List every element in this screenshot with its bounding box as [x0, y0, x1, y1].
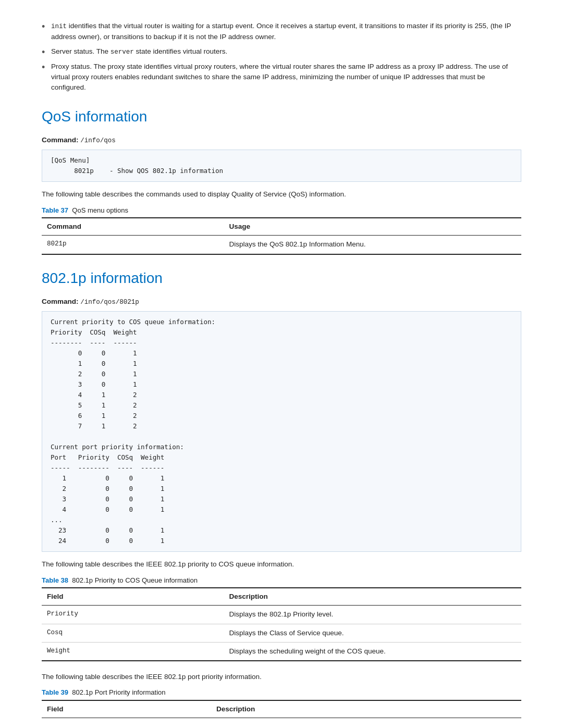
bullet-text-proxy: Proxy status. The proxy state identifies…: [51, 61, 521, 93]
qos-command-label: Command:: [42, 136, 79, 144]
qos8021p-command-value: /info/qos/8021p: [80, 299, 139, 306]
table37-cell-command-0: 8021p: [42, 236, 224, 254]
table38-label-text: 802.1p Priority to COS Queue information: [72, 576, 198, 584]
table37-cell-usage-0: Displays the QoS 802.1p Information Menu…: [224, 236, 521, 254]
table37: Command Usage 8021p Displays the QoS 802…: [42, 217, 521, 255]
table38-label: Table 38 802.1p Priority to COS Queue in…: [42, 575, 521, 586]
qos-command-line: Command: /info/qos: [42, 135, 521, 146]
qos8021p-code-pre: Current priority to COS queue informatio…: [51, 317, 512, 546]
intro-bullet-list: • init identifies that the virtual route…: [42, 21, 521, 93]
qos-command-value: /info/qos: [80, 137, 116, 144]
table38-header-row: Field Description: [42, 588, 521, 606]
bullet-item-server: • Server status. The server state identi…: [42, 46, 521, 57]
table39-header-row: Field Description: [42, 700, 521, 718]
table38-cell-desc-2: Displays the scheduling weight of the CO…: [224, 642, 521, 661]
qos8021p-section-title: 802.1p information: [42, 267, 521, 289]
table39-header-desc: Description: [211, 700, 521, 718]
qos8021p-para2: The following table describes the IEEE 8…: [42, 672, 521, 682]
table37-header-command: Command: [42, 218, 224, 236]
table37-row-0: 8021p Displays the QoS 802.1p Informatio…: [42, 236, 521, 254]
qos-code-block: [QoS Menu] 8021p - Show QOS 802.1p infor…: [42, 150, 521, 182]
qos8021p-code-block: Current priority to COS queue informatio…: [42, 311, 521, 552]
table38-cell-desc-1: Displays the Class of Service queue.: [224, 624, 521, 642]
table38-cell-field-1: Cosq: [42, 624, 224, 642]
bullet-item-init: • init identifies that the virtual route…: [42, 21, 521, 42]
table38-cell-field-2: Weight: [42, 642, 224, 661]
inline-code-server: server: [111, 48, 134, 56]
table38: Field Description Priority Displays the …: [42, 587, 521, 661]
table38-label-num: Table 38: [42, 576, 68, 584]
table38-cell-desc-0: Displays the 802.1p Priority level.: [224, 606, 521, 624]
bullet-dot-init: •: [42, 22, 51, 31]
bullet-item-proxy: • Proxy status. The proxy state identifi…: [42, 61, 521, 93]
table39-label: Table 39 802.1p Port Priority informatio…: [42, 687, 521, 698]
qos8021p-para1: The following table describes the IEEE 8…: [42, 559, 521, 570]
table38-row-1: Cosq Displays the Class of Service queue…: [42, 624, 521, 642]
inline-code-init: init: [51, 23, 67, 30]
bullet-text-server: Server status. The server state identifi…: [51, 46, 521, 57]
qos-para: The following table describes the comman…: [42, 189, 521, 200]
qos-section-title: QoS information: [42, 106, 521, 128]
table39: Field Description: [42, 700, 521, 718]
qos-code-pre: [QoS Menu] 8021p - Show QOS 802.1p infor…: [51, 155, 512, 176]
bullet-dot-server: •: [42, 47, 51, 57]
table38-row-2: Weight Displays the scheduling weight of…: [42, 642, 521, 661]
table37-header-usage: Usage: [224, 218, 521, 236]
qos8021p-command-line: Command: /info/qos/8021p: [42, 297, 521, 307]
table37-label-num: Table 37: [42, 206, 68, 214]
bullet-text-init: init identifies that the virtual router …: [51, 21, 521, 42]
table37-header-row: Command Usage: [42, 218, 521, 236]
table37-label-text: QoS menu options: [72, 206, 128, 214]
table39-header-field: Field: [42, 700, 211, 718]
table38-header-field: Field: [42, 588, 224, 606]
table38-cell-field-0: Priority: [42, 606, 224, 624]
table39-label-num: Table 39: [42, 688, 68, 696]
table38-row-0: Priority Displays the 802.1p Priority le…: [42, 606, 521, 624]
bullet-dot-proxy: •: [42, 63, 51, 72]
table37-label: Table 37 QoS menu options: [42, 205, 521, 216]
qos8021p-command-label: Command:: [42, 298, 79, 305]
table39-label-text: 802.1p Port Priority information: [72, 688, 165, 696]
table38-header-desc: Description: [224, 588, 521, 606]
